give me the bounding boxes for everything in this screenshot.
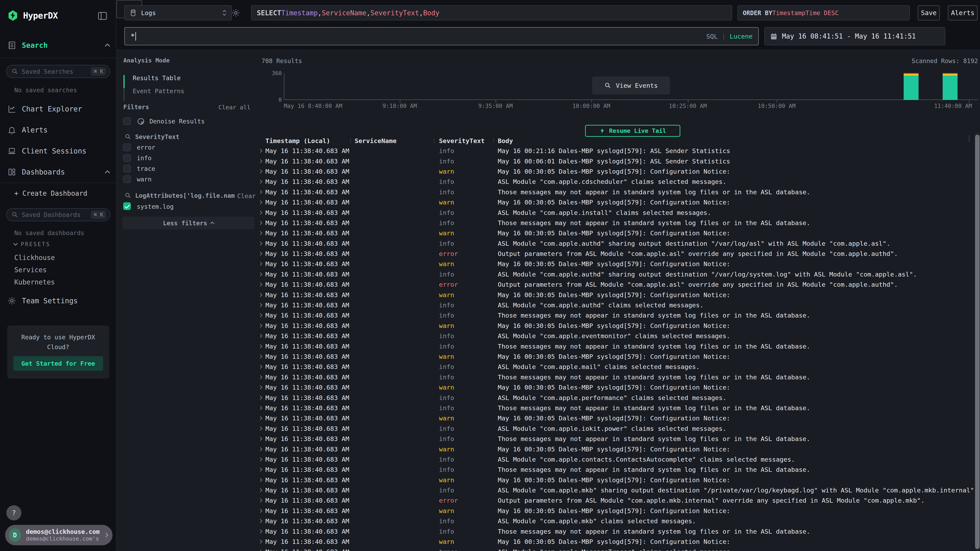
sidebar-item-dashboards[interactable]: Dashboards xyxy=(7,162,109,183)
table-row[interactable]: May 16 11:38:40.683 AMinfoASL Module "co… xyxy=(116,176,980,187)
sidebar-item-alerts[interactable]: Alerts xyxy=(7,119,109,140)
divider xyxy=(0,58,116,58)
table-row[interactable]: May 16 11:38:40.683 AMwarnMay 16 00:30:0… xyxy=(116,321,980,331)
table-row[interactable]: May 16 11:38:40.683 AMwarnMay 16 00:30:0… xyxy=(116,537,980,547)
histogram-bar[interactable] xyxy=(904,73,918,100)
help-button[interactable]: ? xyxy=(6,505,21,520)
clear-all-link[interactable]: Clear all xyxy=(218,104,250,111)
table-row[interactable]: May 16 11:38:40.683 AMinfoMay 16 00:06:0… xyxy=(116,156,980,166)
table-row[interactable]: May 16 11:38:40.683 AMwarnMay 16 00:30:0… xyxy=(116,290,980,300)
table-row[interactable]: May 16 11:38:40.683 AMinfoASL Module "co… xyxy=(116,238,980,249)
sidebar-item-label: Team Settings xyxy=(22,297,78,305)
table-row[interactable]: May 16 11:38:40.683 AMinfoThose messages… xyxy=(116,433,980,444)
table-row[interactable]: May 16 11:38:40.683 AMinfoThose messages… xyxy=(116,526,980,536)
scrollbar-thumb[interactable] xyxy=(975,135,980,549)
table-row[interactable]: May 16 11:38:40.683 AMwarnMay 16 00:30:0… xyxy=(116,259,980,269)
table-row[interactable]: May 16 11:38:40.683 AMinfoThose messages… xyxy=(116,403,980,413)
resume-live-tail-button[interactable]: Resume Live Tail xyxy=(585,125,680,137)
view-events-button[interactable]: View Events xyxy=(592,76,670,94)
query-settings-gear-icon[interactable] xyxy=(231,8,240,17)
table-row[interactable]: May 16 11:38:40.683 AMinfoASL Module "co… xyxy=(116,269,980,279)
expand-chevron-icon xyxy=(258,149,262,153)
user-menu[interactable]: D demos@clickhouse.com demos@clickhouse.… xyxy=(5,525,113,545)
table-row[interactable]: May 16 11:38:40.683 AMinfoASL Module "co… xyxy=(116,300,980,310)
expand-chevron-icon xyxy=(258,293,262,297)
table-row[interactable]: May 16 11:38:40.683 AMinfoThose messages… xyxy=(116,187,980,197)
sidebar-item-chart-explorer[interactable]: Chart Explorer xyxy=(7,98,109,119)
table-row[interactable]: May 16 11:38:40.683 AMwarnMay 16 00:30:0… xyxy=(116,228,980,238)
sidebar-collapse-icon[interactable] xyxy=(97,11,108,21)
alerts-button[interactable]: Alerts xyxy=(948,5,978,21)
search-query-input[interactable]: * SQL | Lucene xyxy=(124,27,759,45)
table-row[interactable]: May 16 11:38:40.683 AMinfoASL Module "co… xyxy=(116,207,980,218)
lang-sql[interactable]: SQL xyxy=(706,33,718,40)
preset-item-services[interactable]: Services xyxy=(14,264,55,276)
preset-item-clickhouse[interactable]: Clickhouse xyxy=(14,251,55,264)
table-row[interactable]: May 16 11:38:40.683 AMwarnMay 16 00:30:0… xyxy=(116,475,980,485)
source-select[interactable]: Logs xyxy=(124,5,232,21)
table-row[interactable]: May 16 11:38:40.683 AMinfoASL Module "co… xyxy=(116,485,980,495)
sidebar-item-search[interactable]: Search xyxy=(7,41,109,50)
table-row[interactable]: May 16 11:38:40.683 AMwarnMay 16 00:30:0… xyxy=(116,506,980,516)
preset-item-kubernetes[interactable]: Kubernetes xyxy=(14,276,55,288)
column-drag-handle-icon[interactable]: ⋮ xyxy=(431,137,437,144)
language-toggle[interactable]: SQL | Lucene xyxy=(706,33,752,40)
row-timestamp: May 16 11:38:40.683 AM xyxy=(266,497,349,504)
table-row[interactable]: May 16 11:38:40.683 AMinfoThose messages… xyxy=(116,372,980,382)
scrollbar-track[interactable] xyxy=(975,133,980,551)
column-header-timestamp[interactable]: Timestamp (Local) xyxy=(266,137,330,144)
row-timestamp: May 16 11:38:40.683 AM xyxy=(266,404,349,411)
column-drag-handle-icon[interactable]: ⋮ xyxy=(348,137,354,144)
denoise-checkbox[interactable] xyxy=(123,118,131,125)
table-row[interactable]: May 16 11:38:40.683 AMwarnMay 16 00:30:0… xyxy=(116,382,980,392)
table-row[interactable]: May 16 11:38:40.683 AMtraceASL Module "c… xyxy=(116,547,980,551)
lang-lucene[interactable]: Lucene xyxy=(730,33,752,40)
save-button[interactable]: Save xyxy=(918,5,940,21)
table-row[interactable]: May 16 11:38:40.683 AMinfoThose messages… xyxy=(116,310,980,321)
row-body: May 16 00:06:01 Dales-MBP syslogd[579]: … xyxy=(498,157,730,165)
tab-event-patterns[interactable]: Event Patterns xyxy=(133,87,185,95)
table-row[interactable]: May 16 11:38:40.683 AMerrorOutput parame… xyxy=(116,495,980,505)
sidebar-item-client-sessions[interactable]: Client Sessions xyxy=(7,140,109,162)
expand-chevron-icon xyxy=(258,283,262,286)
table-row[interactable]: May 16 11:38:40.683 AMinfoThose messages… xyxy=(116,464,980,475)
saved-dashboards-input[interactable]: Saved Dashboards ⌘ K xyxy=(6,208,110,221)
column-header-severitytext[interactable]: SeverityText xyxy=(439,137,485,144)
table-row[interactable]: May 16 11:38:40.683 AMinfoASL Module "co… xyxy=(116,331,980,341)
table-row[interactable]: May 16 11:38:40.683 AMinfoThose messages… xyxy=(116,341,980,351)
table-row[interactable]: May 16 11:38:40.683 AMinfoThose messages… xyxy=(116,218,980,228)
tab-results-table[interactable]: Results Table xyxy=(133,75,181,82)
table-row[interactable]: May 16 11:38:40.683 AMwarnMay 16 00:30:0… xyxy=(116,444,980,454)
get-started-button[interactable]: Get Started for Free xyxy=(13,356,103,371)
expand-chevron-icon xyxy=(258,324,262,328)
app-logo[interactable]: HyperDX xyxy=(7,10,58,21)
row-timestamp: May 16 11:38:40.683 AM xyxy=(266,363,349,370)
sidebar-item-team-settings[interactable]: Team Settings xyxy=(7,296,109,305)
table-row[interactable]: May 16 11:38:40.683 AMerrorOutput parame… xyxy=(116,249,980,259)
table-row[interactable]: May 16 11:38:40.683 AMwarnMay 16 00:30:0… xyxy=(116,413,980,423)
table-row[interactable]: May 16 11:38:40.683 AMinfoASL Module "co… xyxy=(116,516,980,526)
query-token: , xyxy=(366,9,371,17)
table-row[interactable]: May 16 11:38:40.683 AMinfoASL Module "co… xyxy=(116,362,980,372)
table-row[interactable]: May 16 11:38:40.683 AMinfoMay 16 00:21:1… xyxy=(116,146,980,156)
row-timestamp: May 16 11:38:40.683 AM xyxy=(266,271,349,278)
row-severity: info xyxy=(439,456,454,463)
presets-toggle[interactable]: PRESETS xyxy=(14,241,51,247)
column-drag-handle-icon[interactable]: ⋮ xyxy=(491,137,496,144)
table-row[interactable]: May 16 11:38:40.683 AMerrorOutput parame… xyxy=(116,279,980,290)
column-header-servicename[interactable]: ServiceName xyxy=(355,137,396,144)
create-dashboard-button[interactable]: + Create Dashboard xyxy=(14,189,88,197)
histogram-bar[interactable] xyxy=(943,73,958,100)
saved-searches-input[interactable]: Saved Searches ⌘ K xyxy=(6,65,110,78)
table-row[interactable]: May 16 11:38:40.683 AMwarnMay 16 00:30:0… xyxy=(116,351,980,362)
table-row[interactable]: May 16 11:38:40.683 AMinfoASL Module "co… xyxy=(116,392,980,403)
table-row[interactable]: May 16 11:38:40.683 AMwarnMay 16 00:30:0… xyxy=(116,197,980,207)
select-query-input[interactable]: SELECT Timestamp, ServiceName, SeverityT… xyxy=(251,5,732,21)
orderby-query-input[interactable]: ORDER BY TimestampTime DESC xyxy=(737,5,910,21)
table-row[interactable]: May 16 11:38:40.683 AMwarnMay 16 00:30:0… xyxy=(116,166,980,176)
table-row[interactable]: May 16 11:38:40.683 AMinfoASL Module "co… xyxy=(116,424,980,433)
select-chevrons-icon xyxy=(222,10,227,16)
table-row[interactable]: May 16 11:38:40.683 AMinfoASL Module "co… xyxy=(116,454,980,464)
date-range-picker[interactable]: May 16 08:41:51 - May 16 11:41:51 xyxy=(764,27,945,45)
column-header-body[interactable]: Body xyxy=(498,137,513,144)
